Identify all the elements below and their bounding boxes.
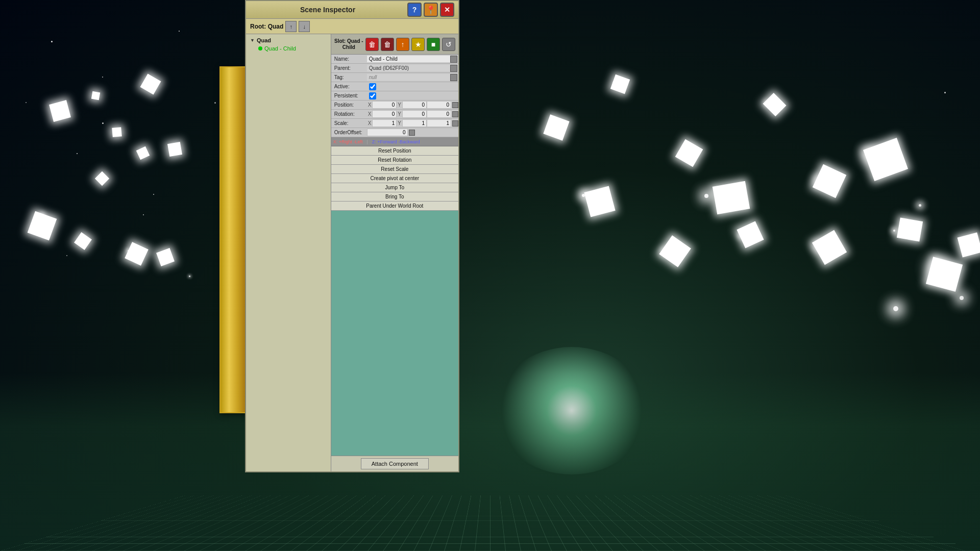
green-square-icon: ■ (431, 40, 435, 48)
transform-x-label: X: +Right -Left (333, 139, 363, 144)
star-button[interactable]: ★ (411, 38, 425, 51)
close-icon: ✕ (444, 6, 450, 14)
parent-under-root-row: Parent Under World Root (331, 202, 458, 211)
position-label: Position: (331, 102, 367, 108)
delete-red-button[interactable]: 🗑 (365, 38, 379, 51)
tag-row: Tag: null (331, 73, 458, 82)
bring-to-button[interactable]: Bring To (331, 192, 458, 201)
pos-y-axis: Y (397, 102, 402, 108)
bottom-bar: Attach Component (331, 456, 458, 471)
scale-edit-icon[interactable] (452, 120, 458, 127)
cube-8 (91, 91, 100, 100)
left-golden-panel (219, 66, 248, 413)
rotation-edit-icon[interactable] (452, 111, 458, 117)
scale-row: Scale: X Y (331, 119, 458, 128)
tag-edit-icon[interactable] (450, 74, 457, 81)
title-bar: Scene Inspector ? 📍 ✕ (246, 1, 458, 19)
reset-scale-row: Reset Scale (331, 165, 458, 174)
rotation-x-input[interactable] (372, 110, 397, 118)
reset-rotation-button[interactable]: Reset Rotation (331, 156, 458, 164)
delete-dark-button[interactable]: 🗑 (381, 38, 394, 51)
scale-y-axis: Y (397, 120, 402, 126)
star-icon: ★ (415, 40, 422, 48)
position-x-input[interactable] (372, 101, 397, 109)
rot-y-axis: Y (397, 111, 402, 117)
order-offset-edit-icon[interactable] (409, 130, 415, 136)
order-offset-row: OrderOffset: (331, 128, 458, 137)
attach-component-button[interactable]: Attach Component (361, 458, 429, 469)
active-dot-icon (258, 46, 262, 51)
scale-x-input[interactable] (372, 119, 397, 127)
cube-r4 (713, 181, 750, 214)
rotation-z-input[interactable] (427, 110, 451, 118)
refresh-icon: ↺ (446, 40, 452, 48)
root-label: Root: Quad (250, 23, 283, 30)
move-up-button[interactable]: ↑ (285, 21, 297, 32)
persistent-label: Persistent: (331, 93, 367, 98)
parent-edit-icon[interactable] (450, 65, 457, 72)
active-row: Active: (331, 82, 458, 91)
pos-x-axis: X (367, 102, 373, 108)
scale-z-input[interactable] (427, 119, 451, 127)
panel-title: Scene Inspector (250, 6, 405, 14)
position-y-input[interactable] (402, 101, 427, 109)
ground (0, 372, 980, 551)
name-row: Name: (331, 55, 458, 64)
active-checkbox[interactable] (369, 83, 376, 90)
create-pivot-button[interactable]: Create pivot at center (331, 174, 458, 183)
tree-quad-label: Quad (257, 37, 271, 43)
properties-panel: Slot: Quad - Child 🗑 🗑 ↑ ★ ■ ↺ (331, 34, 458, 471)
reset-scale-button[interactable]: Reset Scale (331, 165, 458, 173)
tree-item-quad[interactable]: ▼ Quad (248, 36, 329, 44)
transform-z-label: Z: +Forward -Backward (372, 139, 420, 144)
parent-value: Quad (ID62FF00) (367, 65, 450, 71)
pin-icon: 📍 (426, 5, 436, 15)
jump-to-row: Jump To (331, 183, 458, 192)
transform-separator: | (366, 139, 368, 144)
persistent-row: Persistent: (331, 91, 458, 101)
tree-item-quad-child[interactable]: Quad - Child (248, 44, 329, 53)
jump-to-button[interactable]: Jump To (331, 183, 458, 192)
name-input[interactable] (367, 56, 450, 62)
create-pivot-row: Create pivot at center (331, 174, 458, 183)
reset-position-row: Reset Position (331, 146, 458, 156)
rotation-row: Rotation: X Y (331, 110, 458, 119)
expand-icon: ▼ (250, 38, 255, 43)
help-button[interactable]: ? (407, 3, 422, 17)
persistent-checkbox[interactable] (369, 92, 376, 99)
cube-4 (167, 142, 182, 157)
tree-child-label: Quad - Child (264, 45, 296, 52)
reset-position-button[interactable]: Reset Position (331, 146, 458, 155)
pin-button[interactable]: 📍 (424, 3, 438, 17)
cube-r8 (897, 217, 923, 241)
trash-dark-icon: 🗑 (384, 40, 391, 48)
name-edit-icon[interactable] (450, 56, 457, 63)
component-area (331, 211, 458, 456)
bring-to-row: Bring To (331, 192, 458, 202)
position-z-input[interactable] (427, 101, 451, 109)
order-offset-input[interactable] (367, 129, 408, 136)
parent-row: Parent: Quad (ID62FF00) (331, 64, 458, 73)
green-action-button[interactable]: ■ (427, 38, 440, 51)
position-row: Position: X Y (331, 101, 458, 110)
tree-panel: ▼ Quad Quad - Child (246, 34, 331, 471)
rotation-y-input[interactable] (402, 110, 427, 118)
tag-value: null (367, 74, 450, 81)
scale-label: Scale: (331, 120, 367, 126)
name-label: Name: (331, 56, 367, 62)
rot-x-axis: X (367, 111, 373, 117)
transform-bar: X: +Right -Left | Z: +Forward -Backward (331, 137, 458, 146)
help-icon: ? (412, 6, 417, 14)
move-up-action-button[interactable]: ↑ (396, 38, 409, 51)
scale-y-input[interactable] (402, 119, 427, 127)
order-offset-label: OrderOffset: (331, 130, 367, 135)
position-edit-icon[interactable] (452, 102, 458, 108)
up-arrow-action-icon: ↑ (401, 40, 405, 48)
parent-under-root-button[interactable]: Parent Under World Root (331, 202, 458, 210)
down-arrow-icon: ↓ (303, 23, 306, 30)
slot-header: Slot: Quad - Child 🗑 🗑 ↑ ★ ■ ↺ (331, 34, 458, 55)
move-down-button[interactable]: ↓ (299, 21, 310, 32)
close-button[interactable]: ✕ (440, 3, 454, 17)
root-bar: Root: Quad ↑ ↓ (246, 19, 458, 34)
refresh-button[interactable]: ↺ (442, 38, 455, 51)
